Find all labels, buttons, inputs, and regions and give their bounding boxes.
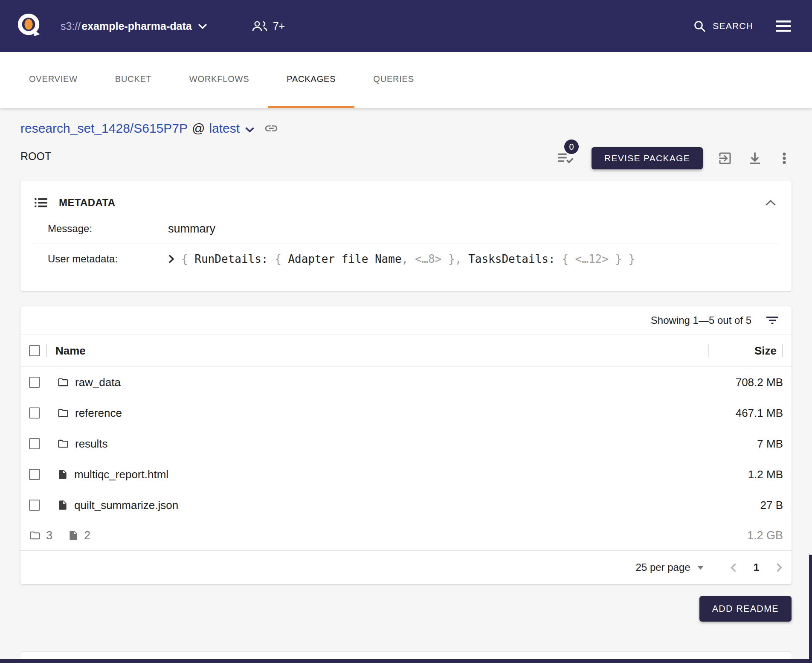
hamburger-icon (776, 20, 791, 32)
download-icon (747, 151, 763, 166)
kebab-icon (777, 151, 792, 166)
table-header: Name Size (20, 335, 792, 367)
folder-count: 3 (46, 529, 52, 542)
row-size: 7 MB (757, 437, 783, 451)
root-row: ROOT 0 REVISE PACKAGE (20, 143, 792, 169)
per-page-value: 25 per page (636, 561, 690, 573)
user-metadata-json[interactable]: { RunDetails: { Adapter file Name, <…8> … (168, 253, 635, 265)
row-size: 27 B (760, 499, 783, 512)
pagination-bar: 25 per page 1 (20, 551, 792, 584)
package-title-row: research_set_1428/S615P7P @ latest (20, 121, 792, 136)
table-body: raw_data 708.2 MB reference 467.1 MB res… (20, 367, 792, 521)
revise-package-button[interactable]: REVISE PACKAGE (592, 147, 703, 169)
bucket-scheme: s3:// (61, 21, 81, 32)
folder-icon (29, 529, 41, 541)
bucket-name: example-pharma-data (81, 21, 191, 32)
row-name[interactable]: quilt_summarize.json (74, 499, 178, 512)
search-button[interactable]: SEARCH (691, 20, 756, 33)
user-metadata-row: User metadata: { RunDetails: { Adapter f… (48, 244, 780, 274)
row-checkbox[interactable] (29, 377, 40, 388)
collapse-metadata-button[interactable] (763, 199, 779, 206)
file-listing-panel: Showing 1—5 out of 5 Name Size (20, 306, 792, 584)
table-row[interactable]: multiqc_report.html 1.2 MB (20, 459, 792, 490)
tab-queries[interactable]: QUERIES (354, 52, 433, 108)
tab-workflows[interactable]: WORKFLOWS (171, 52, 268, 108)
column-divider (46, 344, 47, 357)
footer-bar (0, 659, 812, 663)
tab-bucket[interactable]: BUCKET (96, 52, 171, 108)
file-icon (68, 529, 79, 541)
per-page-select[interactable]: 25 per page (633, 561, 706, 574)
search-icon (693, 20, 706, 32)
row-name[interactable]: multiqc_report.html (74, 468, 168, 481)
row-checkbox[interactable] (29, 407, 40, 419)
row-size: 1.2 MB (748, 468, 783, 481)
quilt-logo-icon[interactable] (17, 12, 42, 40)
file-count: 2 (84, 529, 90, 542)
table-summary-row: 3 2 1.2 GB (20, 521, 792, 551)
chevron-down-icon (198, 23, 207, 29)
column-divider (782, 344, 783, 357)
navbar-right: SEARCH (691, 20, 793, 33)
more-options-button[interactable] (777, 151, 792, 166)
folder-icon (57, 376, 69, 388)
message-row: Message: summary (48, 214, 780, 244)
table-row[interactable]: reference 467.1 MB (20, 398, 792, 428)
metadata-panel: METADATA Message: summary User metadata: (20, 180, 792, 291)
tab-overview[interactable]: OVERVIEW (10, 52, 96, 108)
listing-toolbar: Showing 1—5 out of 5 (20, 306, 792, 335)
metadata-title: METADATA (59, 197, 116, 209)
revision-chevron-down-icon[interactable] (245, 121, 255, 136)
row-checkbox[interactable] (29, 469, 40, 480)
root-breadcrumb[interactable]: ROOT (20, 150, 51, 163)
menu-button[interactable] (774, 20, 793, 32)
message-label: Message: (48, 223, 168, 235)
open-in-desktop-button[interactable] (717, 151, 733, 166)
table-row[interactable]: results 7 MB (20, 428, 792, 459)
next-page-button[interactable] (776, 563, 783, 573)
column-header-name[interactable]: Name (55, 344, 86, 358)
user-metadata-label: User metadata: (48, 253, 168, 265)
current-page: 1 (754, 561, 759, 573)
bucket-selector[interactable]: s3://example-pharma-data (58, 20, 210, 32)
row-name[interactable]: raw_data (75, 376, 121, 389)
folder-icon (57, 438, 69, 450)
row-checkbox[interactable] (29, 438, 40, 449)
navbar-left: s3://example-pharma-data 7+ (17, 12, 287, 40)
select-all-checkbox[interactable] (29, 345, 40, 356)
list-icon (34, 197, 48, 209)
total-size: 1.2 GB (747, 529, 783, 542)
row-checkbox[interactable] (29, 500, 40, 511)
users-icon (252, 20, 268, 32)
readme-row: ADD README (20, 596, 792, 622)
filter-button[interactable] (763, 316, 781, 325)
selection-count-badge: 0 (564, 140, 579, 154)
chevron-left-icon (730, 563, 737, 573)
tab-packages[interactable]: PACKAGES (268, 52, 354, 108)
previous-page-button[interactable] (730, 563, 737, 573)
triangle-down-icon (697, 566, 704, 570)
chevron-right-icon (776, 563, 783, 573)
exit-to-app-icon (717, 151, 733, 166)
chevron-up-icon (765, 200, 776, 206)
column-header-size[interactable]: Size (713, 344, 777, 358)
download-button[interactable] (747, 151, 763, 166)
search-label: SEARCH (713, 21, 753, 31)
main-content: research_set_1428/S615P7P @ latest ROOT (0, 121, 812, 622)
table-row[interactable]: raw_data 708.2 MB (20, 367, 792, 398)
collaborators-button[interactable]: 7+ (249, 19, 288, 33)
link-icon[interactable] (264, 121, 278, 136)
add-readme-button[interactable]: ADD README (699, 596, 792, 622)
table-row[interactable]: quilt_summarize.json 27 B (20, 490, 792, 521)
metadata-header: METADATA (20, 192, 792, 214)
collaborators-count: 7+ (273, 20, 285, 32)
page: s3://example-pharma-data 7+ (0, 0, 812, 663)
expand-chevron-right-icon[interactable] (168, 254, 174, 264)
package-name-link[interactable]: research_set_1428/S615P7P (20, 121, 188, 136)
tab-bar: OVERVIEWBUCKETWORKFLOWSPACKAGESQUERIES (0, 52, 812, 108)
row-name[interactable]: reference (75, 407, 122, 420)
at-separator: @ (192, 121, 205, 136)
revision-link[interactable]: latest (209, 121, 240, 136)
selection-queue-button[interactable]: 0 (557, 151, 574, 166)
row-name[interactable]: results (75, 437, 108, 451)
